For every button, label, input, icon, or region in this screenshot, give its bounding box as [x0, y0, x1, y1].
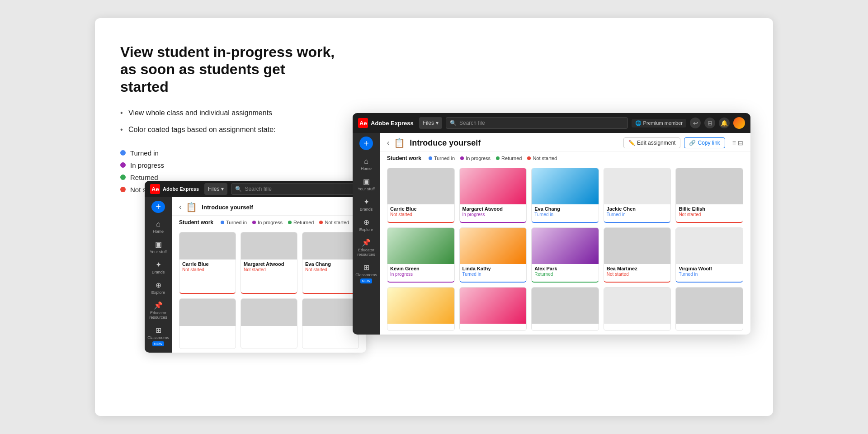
main-card: View student in-progress work, as soon a…	[95, 18, 773, 416]
not-started-label: Not started	[533, 156, 557, 161]
status-not-started-small: Not started	[319, 220, 349, 225]
sidebar-explore-small[interactable]: ⊕ Explore	[146, 278, 170, 297]
student-card-row3-1[interactable]	[387, 287, 455, 331]
thumb-row3-2	[460, 288, 527, 324]
bell-btn[interactable]: 🔔	[719, 118, 730, 128]
refresh-btn[interactable]: ↩	[690, 118, 701, 128]
sidebar-classrooms-large[interactable]: ⊞ Classrooms NEW	[354, 260, 378, 286]
turned-in-label: Turned in	[434, 156, 455, 161]
search-bar-small[interactable]: 🔍 Search fille	[231, 183, 361, 195]
plus-button-large[interactable]: +	[359, 137, 373, 150]
svg-text:Ae: Ae	[151, 186, 159, 193]
back-button-large[interactable]: ‹	[387, 139, 389, 147]
tag-returned: Returned	[120, 174, 335, 181]
sidebar-yourstuff-small[interactable]: ▣ Your stuff	[146, 237, 170, 257]
card-info-small-4	[179, 326, 236, 349]
sidebar-classrooms-small[interactable]: ⊞ Classrooms NEW	[146, 323, 170, 349]
student-work-header-large: Student work Turned in In progress	[380, 151, 750, 164]
student-card-small-5[interactable]	[241, 298, 297, 349]
dot-not-started	[120, 187, 126, 192]
status-returned-large: Returned	[496, 156, 522, 161]
copy-link-button[interactable]: 🔗 Copy link	[684, 137, 725, 148]
sidebar-home-small[interactable]: ⌂ Home	[146, 217, 170, 236]
thumb-margaret	[460, 168, 527, 204]
edit-assignment-button[interactable]: ✏️ Edit assignment	[623, 137, 680, 148]
sidebar-educator-small[interactable]: 📌 Educator resources	[146, 298, 170, 322]
student-card-virginia[interactable]: Virginia Woolf Turned in	[675, 227, 743, 283]
sidebar-brands-small[interactable]: ✦ Brands	[146, 258, 170, 277]
educator-label-small: Educator resources	[148, 311, 168, 320]
student-work-header-small: Student work Turned in In progress	[172, 216, 366, 228]
thumb-eva	[532, 168, 599, 204]
sidebar-explore-large[interactable]: ⊕ Explore	[354, 215, 378, 235]
assignment-title-small: Introduce yourself	[202, 204, 253, 211]
thumb-virginia	[676, 228, 743, 264]
yourstuff-label-small: Your stuff	[150, 250, 167, 254]
educator-label-large: Educator resources	[356, 248, 376, 257]
sort-grid-icon[interactable]: ⊟	[738, 139, 743, 146]
brands-icon-large: ✦	[363, 198, 369, 206]
student-card-carrie[interactable]: Carrie Blue Not started	[387, 168, 455, 223]
sort-list-icon[interactable]: ≡	[732, 139, 736, 146]
card-info-carrie: Carrie Blue Not started	[387, 204, 454, 222]
brand-label-small: Adobe Express	[163, 186, 199, 192]
student-card-row3-3[interactable]	[531, 287, 599, 331]
assignment-icon-small: 📋	[186, 202, 197, 212]
card-info-virginia: Virginia Woolf Turned in	[676, 264, 743, 282]
app-window-small: Ae Adobe Express Files ▾ 🔍 Search fille …	[145, 181, 366, 353]
search-bar-large[interactable]: 🔍 Search file	[446, 117, 628, 129]
card-info-row3-4	[604, 324, 671, 330]
brand-label-large: Adobe Express	[371, 120, 414, 127]
thumb-small-1	[179, 232, 236, 259]
sidebar-home-large[interactable]: ⌂ Home	[354, 155, 378, 174]
student-name-small-2: Margaret Atwood	[244, 261, 294, 267]
educator-icon-small: 📌	[154, 301, 163, 310]
dot-turned-in-small	[221, 221, 224, 224]
thumb-row3-3	[532, 288, 599, 324]
student-card-jackie[interactable]: Jackie Chen Turned in	[604, 168, 671, 223]
page-title: View student in-progress work, as soon a…	[120, 43, 335, 95]
dot-returned-small	[288, 221, 292, 224]
sort-icons: ≡ ⊟	[732, 139, 743, 146]
status-in-progress-large: In progress	[460, 156, 491, 161]
student-card-small-3[interactable]: Eva Chang Not started	[302, 232, 359, 294]
card-info-linda: Linda Kathy Turned in	[460, 264, 527, 282]
plus-button-small[interactable]: +	[151, 201, 165, 213]
yourstuff-icon-large: ▣	[363, 177, 370, 186]
student-card-bea[interactable]: Bea Martinez Not started	[604, 227, 671, 283]
student-card-small-1[interactable]: Carrie Blue Not started	[179, 232, 236, 294]
card-info-bea: Bea Martinez Not started	[604, 264, 671, 282]
files-dropdown-large[interactable]: Files ▾	[419, 117, 442, 129]
student-name-kevin: Kevin Green	[390, 266, 452, 271]
student-card-row3-4[interactable]	[604, 287, 671, 331]
grid-btn[interactable]: ⊞	[704, 118, 715, 128]
search-placeholder-small: Search fille	[245, 186, 271, 192]
title-group-small: ‹ 📋 Introduce yourself	[179, 202, 253, 212]
student-card-row3-5[interactable]	[675, 287, 743, 331]
student-status-bea: Not started	[607, 272, 668, 277]
student-card-linda[interactable]: Linda Kathy Turned in	[459, 227, 527, 283]
assignment-title-large: Introduce yourself	[410, 138, 481, 148]
student-card-eva[interactable]: Eva Chang Turned in	[531, 168, 599, 223]
card-info-kevin: Kevin Green In progress	[387, 264, 454, 282]
sidebar-yourstuff-large[interactable]: ▣ Your stuff	[354, 175, 378, 194]
student-card-small-6[interactable]	[302, 298, 359, 349]
student-card-kevin[interactable]: Kevin Green In progress	[387, 227, 455, 283]
premium-globe-icon: 🌐	[635, 120, 642, 126]
student-name-carrie: Carrie Blue	[390, 206, 452, 212]
user-avatar[interactable]	[733, 117, 745, 129]
sidebar-educator-large[interactable]: 📌 Educator resources	[354, 236, 378, 259]
student-card-billie[interactable]: Billie Eilish Not started	[675, 168, 743, 223]
sidebar-brands-large[interactable]: ✦ Brands	[354, 195, 378, 214]
student-card-small-2[interactable]: Margaret Atwood Not started	[241, 232, 297, 294]
adobe-logo-large: Ae Adobe Express	[358, 118, 414, 128]
main-content-large: ‹ 📋 Introduce yourself ✏️ Edit assignmen…	[380, 133, 750, 335]
topbar-right-large: 🌐 Premium member ↩ ⊞ 🔔	[632, 117, 745, 129]
student-card-margaret[interactable]: Margaret Atwood In progress	[459, 168, 527, 223]
edit-icon: ✏️	[628, 140, 635, 146]
back-button-small[interactable]: ‹	[179, 203, 181, 211]
student-card-alex[interactable]: Alex Park Returned	[531, 227, 599, 283]
student-card-row3-2[interactable]	[459, 287, 527, 331]
files-dropdown-small[interactable]: Files ▾	[204, 183, 227, 195]
student-card-small-4[interactable]	[179, 298, 236, 349]
